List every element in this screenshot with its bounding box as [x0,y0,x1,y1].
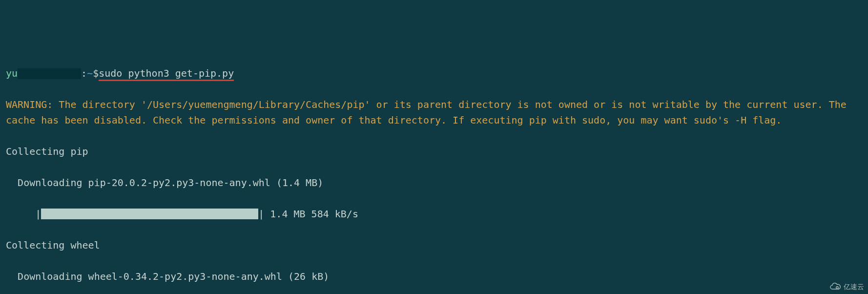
output-line: Collecting wheel [6,237,862,253]
output-line: Downloading pip-20.0.2-py2.py3-none-any.… [6,175,862,190]
prompt-user: yu [6,67,81,79]
progress-bar [41,209,258,219]
command-input[interactable]: sudo python3 get-pip.py [99,67,234,81]
prompt-line[interactable]: yu:~$sudo python3 get-pip.py [6,65,862,81]
prompt-path: ~ [87,67,93,79]
redacted-user [18,68,81,79]
output-line: Collecting pip [6,144,862,159]
prompt-separator: : [81,67,87,79]
cloud-icon [829,283,842,291]
progress-prefix: | [6,208,41,220]
warning-text: WARNING: The directory '/Users/yuemengme… [6,97,862,128]
progress-suffix: | 1.4 MB 584 kB/s [258,208,358,220]
watermark: 亿速云 [829,281,864,292]
output-line: Downloading wheel-0.34.2-py2.py3-none-an… [6,269,862,284]
progress-line: || 1.4 MB 584 kB/s [6,206,862,222]
prompt-dollar: $ [93,67,99,79]
watermark-text: 亿速云 [844,281,864,292]
svg-point-0 [836,287,838,289]
